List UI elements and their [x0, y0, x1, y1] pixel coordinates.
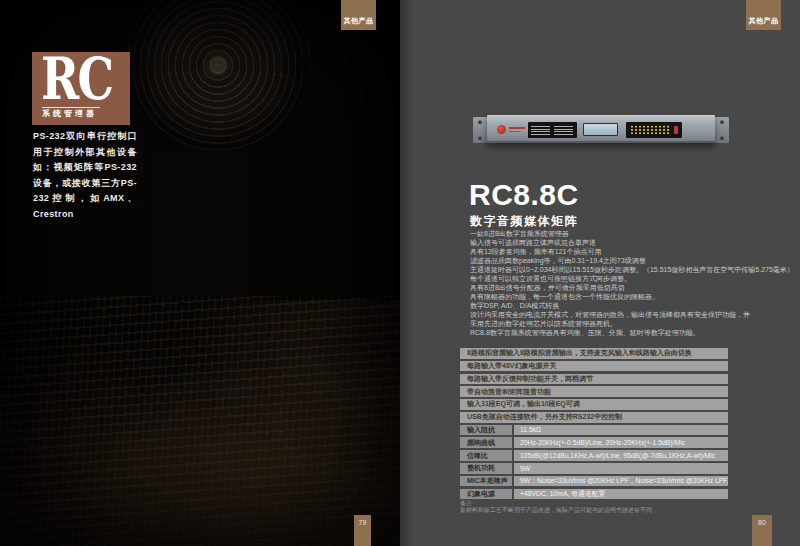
spec-value: 105dB(@12dBu,1KHz,A-wt)/Line, 95dB(@-7dB…	[514, 450, 728, 461]
spec-label: 频响曲线	[460, 437, 512, 448]
category-tab-left: 其他产品	[341, 0, 376, 30]
category-tab-right: 其他产品	[746, 0, 781, 30]
spec-row: MIC本底噪声 9W：Noise=33uVrms @20KHz LPF，Nois…	[460, 476, 728, 487]
spec-label: 幻象电源	[460, 489, 512, 500]
spec-label: 整机功耗	[460, 463, 512, 474]
spec-row: 8路模拟音频输入8路模拟音频输出，支持麦克风输入和线路输入自由切换	[460, 348, 728, 359]
spec-row: USB免驱自动连接软件，另外支持RS232中控控制	[460, 412, 728, 423]
brand-logo-text	[509, 131, 520, 132]
series-intro-text: PS-232双向串行控制口用于控制外部其他设备如：视频矩阵等PS-232设备，或…	[33, 129, 137, 222]
footnote: 备注 新材料和新工艺不断用于产品改进，实际产品可能与此说明书描述有不同	[460, 500, 652, 514]
spec-row: 幻象电源 +48VDC, 10mA, 每通道配置	[460, 489, 728, 500]
footnote-text: 新材料和新工艺不断用于产品改进，实际产品可能与此说明书描述有不同	[460, 507, 652, 514]
feature-line: 具有12段参量均衡，频率有121个插点可用	[470, 247, 792, 256]
feature-line: 每个通道可以独立设置也可按照链接方式同步调整。	[470, 274, 792, 283]
spec-row: 输入阻抗 11.5kΩ	[460, 425, 728, 436]
led-panel	[626, 122, 682, 138]
panel-labels	[531, 125, 550, 135]
right-page: 其他产品	[400, 0, 800, 546]
spec-table: 8路模拟音频输入8路模拟音频输出，支持麦克风输入和线路输入自由切换 每路输入带4…	[460, 348, 728, 501]
device-faceplate	[487, 115, 715, 143]
spec-row: 每路输入带反馈抑制功能开关，两档调节	[460, 374, 728, 385]
feature-line: 滤波器品质因数peaking等，可由0.31~19.4之间73级调整	[470, 256, 792, 265]
spec-row: 频响曲线 20Hz-20KHz(+-0.5dB)/Line, 20Hz-20KH…	[460, 437, 728, 448]
category-tab-label: 其他产品	[344, 16, 374, 26]
led-meters	[630, 125, 671, 135]
spec-row: 带自动混音和矩阵混音功能	[460, 386, 728, 397]
spec-row: 整机功耗 9W	[460, 463, 728, 474]
brand-logo-icon	[497, 125, 506, 134]
brand-block: RC 系统管理器	[32, 52, 130, 125]
page-spine-shadow	[400, 0, 414, 546]
footnote-title: 备注	[460, 500, 652, 507]
feature-line: 设计均采用安全的电流开关模式，对管理器的散热，输出信号顶峰都具有安全保护功能，并	[470, 310, 792, 319]
brand-logo-text	[509, 127, 525, 129]
feature-line: 主通道延时器可以0~2.034秒间以15.515微秒步距调整。（15.515微秒…	[470, 265, 792, 274]
spec-row: 信噪比 105dB(@12dBu,1KHz,A-wt)/Line, 95dB(@…	[460, 450, 728, 461]
power-button	[674, 126, 678, 134]
brand-subtitle: 系统管理器	[42, 108, 97, 119]
spec-value: 11.5kΩ	[514, 425, 728, 436]
page-number-right: 80	[752, 515, 772, 546]
button-panel	[528, 122, 577, 138]
lcd-display	[583, 123, 618, 136]
feature-line: 采用先进的数字处理芯片以防系统管理器死机。	[470, 319, 792, 328]
spec-label: 信噪比	[460, 450, 512, 461]
feature-line: 具有限幅器的功能，每一个通道包含一个性能优良的限幅器。	[470, 292, 792, 301]
feature-line: 数字DSP, A/D、D/A模式转换	[470, 301, 792, 310]
feature-line: 具有8进8出信号分配器，并可做分频采用低切高切	[470, 283, 792, 292]
screw-icon	[720, 136, 724, 140]
product-title: RC8.8C	[469, 178, 579, 212]
left-page: 其他产品 RC 系统管理器 PS-232双向串行控制口用于控制外部其他设备如：视…	[0, 0, 400, 546]
feature-line: RC8.8数字音频系统管理器具有均衡、压限、分频、延时等数字处理功能。	[470, 328, 792, 337]
spec-label: MIC本底噪声	[460, 476, 512, 487]
rack-ear-left	[473, 117, 487, 143]
panel-labels	[554, 125, 573, 135]
spec-label: 输入阻抗	[460, 425, 512, 436]
product-subtitle: 数字音频媒体矩阵	[470, 213, 578, 230]
spec-row: 输入31段EQ可调，输出10段EQ可调	[460, 399, 728, 410]
spec-row: 每路输入带48V幻象电源开关	[460, 361, 728, 372]
rack-ear-right	[715, 117, 729, 143]
spec-value: +48VDC, 10mA, 每通道配置	[514, 489, 728, 500]
spec-value: 9W：Noise=33uVrms @20KHz LPF，Noise=23uVrm…	[514, 476, 728, 487]
screw-icon	[478, 120, 482, 124]
feature-list: 一款8进8出数字音频系统管理器 输入信号可选择两路立体声或混合单声道 具有12段…	[470, 229, 792, 337]
screw-icon	[478, 136, 482, 140]
category-tab-label: 其他产品	[749, 16, 779, 26]
spec-value: 20Hz-20KHz(+-0.5dB)/Line, 20Hz-20KHz(+-1…	[514, 437, 728, 448]
product-photo	[473, 115, 729, 145]
page-number-left: 79	[354, 515, 371, 546]
catalog-spread: 其他产品 RC 系统管理器 PS-232双向串行控制口用于控制外部其他设备如：视…	[0, 0, 800, 546]
feature-line: 输入信号可选择两路立体声或混合单声道	[470, 238, 792, 247]
screw-icon	[720, 120, 724, 124]
feature-line: 一款8进8出数字音频系统管理器	[470, 229, 792, 238]
spec-value: 9W	[514, 463, 728, 474]
brand-title: RC	[41, 52, 112, 109]
